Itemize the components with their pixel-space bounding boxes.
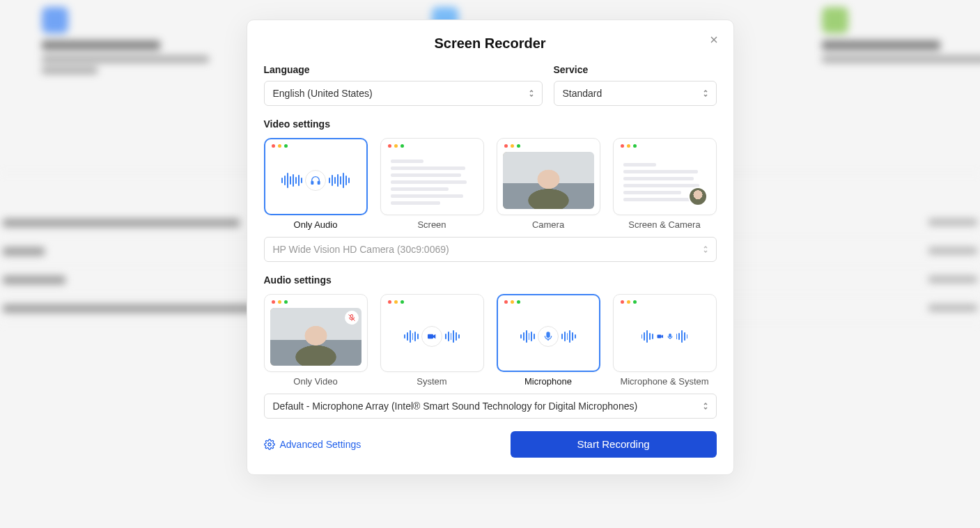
microphone-device-select[interactable]: Default - Microphone Array (Intel® Smart… <box>264 394 717 419</box>
tile-label: Microphone <box>524 376 572 387</box>
mic-muted-icon <box>345 311 359 325</box>
tile-label: Screen <box>417 219 446 230</box>
video-option-only-audio[interactable] <box>264 138 368 215</box>
audio-options-row: Only Video <box>264 294 717 386</box>
mic-and-video-icon <box>656 332 674 341</box>
video-options-row: Only Audio Screen Came <box>264 138 717 230</box>
waveform-icon <box>445 330 460 343</box>
waveform-icon <box>561 330 576 343</box>
video-option-camera[interactable] <box>497 138 600 215</box>
close-icon <box>708 34 720 45</box>
language-label: Language <box>264 64 543 75</box>
svg-rect-5 <box>657 335 661 339</box>
tile-label: Screen & Camera <box>628 219 700 230</box>
document-lines-icon <box>387 157 478 205</box>
screen-recorder-modal: Screen Recorder Language English (United… <box>247 20 734 475</box>
camera-pip-icon <box>688 187 708 206</box>
audio-option-microphone[interactable] <box>497 294 600 371</box>
audio-option-only-video[interactable] <box>264 294 368 371</box>
service-label: Service <box>554 64 717 75</box>
window-dots-icon <box>387 144 478 148</box>
window-dots-icon <box>387 300 478 304</box>
tile-label: System <box>417 376 446 387</box>
advanced-settings-link[interactable]: Advanced Settings <box>264 439 361 450</box>
window-dots-icon <box>619 300 710 304</box>
language-value: English (United States) <box>273 88 373 99</box>
headphones-icon <box>305 170 326 191</box>
waveform-icon <box>281 173 302 188</box>
svg-rect-1 <box>318 181 320 184</box>
service-select[interactable]: Standard <box>554 81 717 106</box>
modal-title: Screen Recorder <box>264 36 717 52</box>
waveform-icon <box>329 173 350 188</box>
close-button[interactable] <box>704 30 724 49</box>
svg-rect-4 <box>547 332 550 337</box>
microphone-icon <box>538 326 559 347</box>
window-dots-icon <box>503 144 594 148</box>
tile-label: Only Audio <box>294 219 338 230</box>
advanced-settings-label: Advanced Settings <box>280 439 361 450</box>
window-dots-icon <box>619 144 710 148</box>
video-settings-label: Video settings <box>264 118 717 130</box>
language-select[interactable]: English (United States) <box>264 81 543 106</box>
waveform-icon <box>676 330 688 343</box>
tile-label: Microphone & System <box>620 376 708 387</box>
waveform-icon <box>404 330 419 343</box>
svg-point-7 <box>268 443 271 446</box>
microphone-device-value: Default - Microphone Array (Intel® Smart… <box>273 401 638 412</box>
video-option-screen-camera[interactable] <box>613 138 717 215</box>
window-dots-icon <box>270 300 361 304</box>
chevron-updown-icon <box>528 88 535 98</box>
audio-settings-label: Audio settings <box>264 274 717 286</box>
audio-option-system[interactable] <box>380 294 484 371</box>
camera-device-value: HP Wide Vision HD Camera (30c9:0069) <box>273 244 449 255</box>
video-option-screen[interactable] <box>380 138 484 215</box>
chevron-updown-icon <box>702 88 709 98</box>
tile-label: Only Video <box>293 376 337 387</box>
chevron-updown-icon <box>702 244 709 254</box>
gear-icon <box>264 439 275 450</box>
camera-device-select[interactable]: HP Wide Vision HD Camera (30c9:0069) <box>264 237 717 262</box>
window-dots-icon <box>503 300 594 304</box>
svg-rect-6 <box>669 334 671 338</box>
waveform-icon <box>641 330 653 343</box>
video-camera-icon <box>421 326 442 347</box>
modal-overlay: Screen Recorder Language English (United… <box>0 0 980 528</box>
window-dots-icon <box>270 144 361 148</box>
chevron-updown-icon <box>702 401 709 411</box>
tile-label: Camera <box>532 219 564 230</box>
camera-preview-icon <box>503 152 594 209</box>
audio-option-mic-system[interactable] <box>613 294 717 371</box>
waveform-icon <box>520 330 535 343</box>
svg-rect-0 <box>311 181 313 184</box>
service-value: Standard <box>563 88 602 99</box>
start-recording-button[interactable]: Start Recording <box>511 431 717 458</box>
svg-rect-3 <box>428 334 433 339</box>
